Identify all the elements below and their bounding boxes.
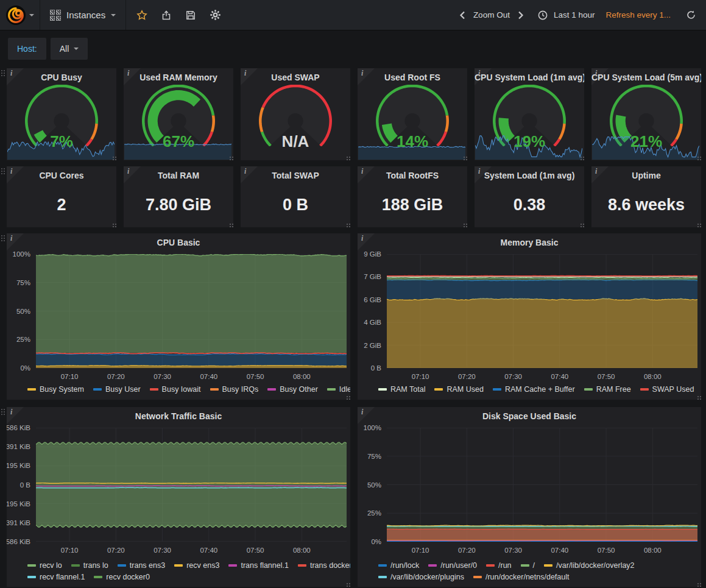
row-drag-handle[interactable]: [1, 70, 2, 71]
panel-resize-handle[interactable]: [581, 224, 582, 225]
panel-info-icon[interactable]: i: [10, 234, 12, 243]
dashboard-picker[interactable]: Instances: [40, 0, 126, 30]
panel-info-icon[interactable]: i: [244, 69, 246, 78]
panel-resize-handle[interactable]: [230, 157, 231, 158]
legend-item[interactable]: Busy IRQs: [210, 385, 259, 394]
legend-item[interactable]: Idle: [327, 385, 350, 394]
host-variable-label[interactable]: Host:: [8, 38, 46, 60]
panel-resize-handle[interactable]: [697, 396, 699, 397]
legend-item[interactable]: RAM Cache + Buffer: [493, 385, 575, 394]
gauge-value: N/A: [241, 132, 350, 151]
share-button[interactable]: [154, 0, 178, 30]
legend-item[interactable]: Busy System: [27, 385, 84, 394]
legend-item[interactable]: trans ens3: [118, 561, 165, 570]
y-tick-label: 0%: [371, 538, 381, 545]
legend-item[interactable]: Busy Iowait: [150, 385, 201, 394]
panel-info-icon[interactable]: i: [10, 167, 12, 176]
panel-resize-handle[interactable]: [697, 224, 699, 225]
panel-info-icon[interactable]: i: [244, 167, 246, 176]
panel-resize-handle[interactable]: [581, 157, 582, 158]
settings-button[interactable]: [203, 0, 227, 30]
legend-item[interactable]: RAM Total: [378, 385, 425, 394]
x-axis: 07:1007:2007:3007:4007:5008:00: [36, 545, 347, 554]
legend-item[interactable]: /var/lib/docker/overlay2: [544, 561, 635, 570]
legend-item[interactable]: SWAP Used: [640, 385, 694, 394]
save-button[interactable]: [178, 0, 203, 30]
plot-area[interactable]: [387, 428, 697, 542]
panel-resize-handle[interactable]: [347, 224, 348, 225]
host-variable-dropdown[interactable]: All: [51, 38, 88, 60]
row-drag-handle[interactable]: [1, 168, 2, 169]
legend-item[interactable]: recv flannel.1: [27, 573, 85, 581]
legend-item[interactable]: trans lo: [71, 561, 108, 570]
row-drag-handle[interactable]: [1, 409, 2, 410]
panel-resize-handle[interactable]: [697, 157, 699, 158]
panel-title[interactable]: Disk Space Used Basic: [358, 407, 701, 421]
panel-resize-handle[interactable]: [347, 157, 348, 158]
refresh-interval-button[interactable]: Refresh every 1...: [605, 10, 671, 19]
panel-resize-handle[interactable]: [347, 396, 348, 397]
panel-resize-handle[interactable]: [464, 157, 465, 158]
panel-resize-handle[interactable]: [113, 157, 114, 158]
plot-area[interactable]: [36, 254, 347, 368]
panel-resize-handle[interactable]: [347, 583, 348, 584]
legend-item[interactable]: RAM Free: [584, 385, 631, 394]
legend-item[interactable]: recv docker0: [94, 573, 150, 581]
legend-item[interactable]: /var/lib/docker/plugins: [378, 573, 464, 581]
panel-info-icon[interactable]: i: [10, 408, 12, 417]
panel-info-icon[interactable]: i: [127, 167, 129, 176]
x-tick-label: 07:40: [551, 547, 568, 554]
legend-swatch: [640, 388, 649, 391]
legend-swatch: [27, 564, 36, 567]
time-shift-forward-button[interactable]: [512, 0, 529, 30]
panel-info-icon[interactable]: i: [361, 408, 363, 417]
y-tick-label: 9 GiB: [364, 250, 381, 258]
legend-item[interactable]: Busy User: [93, 385, 141, 394]
legend-item[interactable]: RAM Used: [434, 385, 483, 394]
row-drag-handle[interactable]: [1, 235, 2, 236]
legend-label: /var/lib/docker/plugins: [390, 573, 464, 581]
panel-info-icon[interactable]: i: [478, 69, 480, 78]
legend-item[interactable]: trans flannel.1: [228, 561, 289, 570]
panel-resize-handle[interactable]: [697, 583, 699, 584]
panel-info-icon[interactable]: i: [10, 69, 12, 78]
panel-network-traffic-basic: i Network Traffic Basic 586 KiB391 KiB19…: [7, 407, 350, 587]
panel-info-icon[interactable]: i: [595, 69, 597, 78]
legend-item[interactable]: Busy Other: [267, 385, 318, 394]
x-axis: 07:1007:2007:3007:4007:5008:00: [387, 371, 697, 381]
legend-item[interactable]: /run/docker/netns/default: [473, 573, 570, 581]
legend-item[interactable]: trans docker0: [298, 561, 350, 570]
legend-item[interactable]: recv lo: [27, 561, 62, 570]
panel-info-icon[interactable]: i: [361, 234, 363, 243]
time-shift-back-button[interactable]: [454, 0, 471, 30]
star-button[interactable]: [130, 0, 154, 30]
panel-info-icon[interactable]: i: [361, 167, 363, 176]
grafana-menu-button[interactable]: [0, 0, 40, 30]
legend-item[interactable]: /: [521, 561, 535, 570]
panel-title[interactable]: Memory Basic: [358, 233, 701, 247]
panel-title[interactable]: Network Traffic Basic: [7, 407, 350, 421]
panel-info-icon[interactable]: i: [127, 69, 129, 78]
plot-area[interactable]: [36, 428, 347, 542]
refresh-button[interactable]: [682, 0, 700, 30]
legend-item[interactable]: /run/lock: [378, 561, 419, 570]
panel-resize-handle[interactable]: [464, 224, 465, 225]
panel-corner: [241, 166, 258, 183]
time-range-picker[interactable]: Last 1 hour: [538, 10, 598, 20]
panel-info-icon[interactable]: i: [361, 69, 363, 78]
legend-item[interactable]: /run/user/0: [428, 561, 477, 570]
panel-corner: [591, 68, 609, 85]
legend-item[interactable]: recv ens3: [174, 561, 219, 570]
panel-title[interactable]: CPU Basic: [7, 233, 350, 247]
panel-info-icon[interactable]: i: [595, 167, 597, 176]
panel-resize-handle[interactable]: [113, 224, 114, 225]
caret-down-icon: [111, 14, 116, 16]
plot-area[interactable]: [387, 254, 697, 368]
zoom-out-button[interactable]: Zoom Out: [471, 10, 512, 19]
legend-item[interactable]: /run: [486, 561, 512, 570]
panel-info-icon[interactable]: i: [478, 167, 480, 176]
stat-row: i CPU Cores 2 i Total RAM 7.80 GiB i Tot…: [7, 166, 701, 227]
legend-swatch: [210, 388, 219, 391]
panel-resize-handle[interactable]: [230, 224, 231, 225]
legend-swatch: [521, 564, 529, 567]
